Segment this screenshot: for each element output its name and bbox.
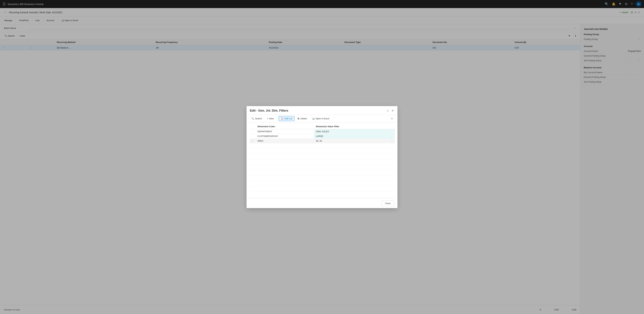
modal-table-empty-row [249,159,395,165]
modal-close-footer-button[interactable]: Close [382,201,394,206]
modal-table-container: Dimension Code ↑ Dimension Value Filter … [246,123,398,198]
modal-cell-dim-value-1: ADM..SALES [314,129,395,134]
modal-table-header-row: Dimension Code ↑ Dimension Value Filter [249,124,395,129]
modal-new-icon: + [267,117,268,120]
modal-row-arrow-1 [249,129,256,134]
modal-table-row[interactable]: CUSTOMERGROUP LARGE [249,134,395,138]
modal-row-arrow-2 [249,134,256,138]
modal-table: Dimension Code ↑ Dimension Value Filter … [249,124,395,197]
modal-overlay: Edit - Gen. Jnl. Dim. Filters ⤢ ✕ 🔍 Sear… [0,0,644,314]
modal-table-empty-row [249,154,395,159]
modal-cell-dimension-code-2: CUSTOMERGROUP [256,134,314,138]
modal-table-row[interactable]: DEPARTMENT ADM..SALES [249,129,395,134]
modal-row-arrow-3: → [249,138,256,143]
dim-value-input[interactable] [316,140,391,142]
modal-toolbar: 🔍 Search + New 📋 Edit List 🗑 Delete 📊 Op… [246,115,398,123]
modal-table-empty-row [249,170,395,175]
modal-edit-list-button[interactable]: 📋 Edit List [279,116,294,121]
modal-col-dimension-value-filter[interactable]: Dimension Value Filter [314,124,395,129]
modal-table-empty-row [249,143,395,149]
modal-edit-list-icon: 📋 [281,117,284,120]
modal-cell-dim-value-2: LARGE [314,134,395,138]
modal-settings-button[interactable]: ≡ [389,116,395,121]
modal-delete-icon: 🗑 [297,117,300,120]
modal-delete-button[interactable]: 🗑 Delete [295,116,309,121]
modal-cell-dimension-code-3: AREA [256,138,314,143]
modal-settings-icon: ≡ [391,117,392,120]
modal-footer: Close [246,199,398,208]
modal-open-excel-button[interactable]: 📊 Open in Excel [310,116,332,121]
modal-col-dimension-code[interactable]: Dimension Code ↑ [256,124,314,129]
modal-table-empty-row [249,149,395,154]
modal-search-icon: 🔍 [252,117,254,120]
modal-table-empty-row [249,181,395,186]
modal-table-empty-row [249,175,395,181]
modal-toolbar-separator [277,117,278,121]
modal-search-button[interactable]: 🔍 Search [249,116,264,121]
modal-expand-button[interactable]: ⤢ [386,109,389,113]
dim-ellipsis-button[interactable]: ··· [391,140,393,142]
modal-cell-dim-value-3[interactable]: ··· [314,138,395,143]
modal-open-excel-icon: 📊 [312,117,314,120]
modal-new-button[interactable]: + New [265,116,276,121]
modal-title: Edit - Gen. Jnl. Dim. Filters [250,109,288,112]
modal-dialog: Edit - Gen. Jnl. Dim. Filters ⤢ ✕ 🔍 Sear… [246,106,398,208]
modal-cell-dimension-code-1: DEPARTMENT [256,129,314,134]
modal-table-empty-row [249,186,395,191]
modal-table-empty-row [249,165,395,170]
modal-close-button[interactable]: ✕ [391,109,394,113]
modal-header-actions: ⤢ ✕ [386,109,394,113]
modal-col-arrow [249,124,256,129]
modal-table-empty-row [249,191,395,197]
modal-header: Edit - Gen. Jnl. Dim. Filters ⤢ ✕ [246,106,398,115]
dim-value-wrapper: ··· [316,140,393,142]
modal-table-row-selected[interactable]: → AREA ··· [249,138,395,143]
